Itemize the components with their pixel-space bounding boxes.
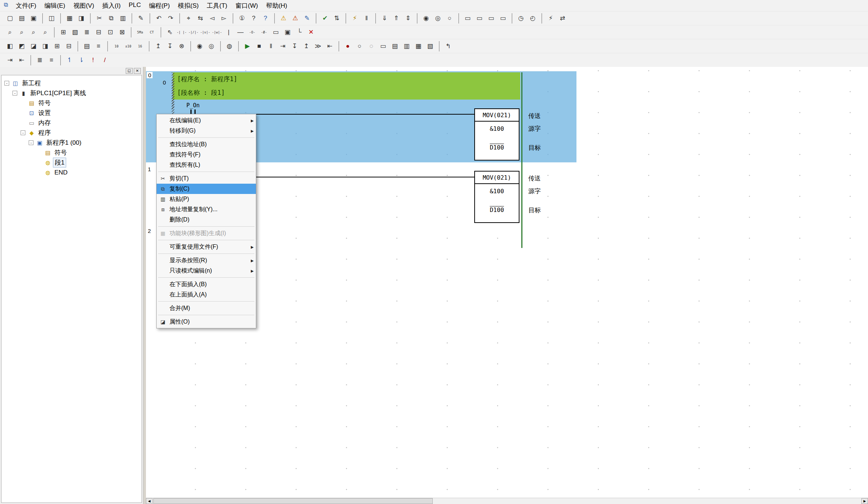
tree-item-end[interactable]: ◍END [1, 168, 142, 177]
instruction-operand-1[interactable]: &100 [475, 188, 519, 195]
upload-from-plc-button[interactable]: ⇑ [391, 13, 402, 24]
monitor-hex-button[interactable]: 16 [135, 41, 146, 51]
tree-item-section1[interactable]: ◍段1 [1, 158, 142, 168]
mov-instruction-block-1[interactable]: MOV(021) &100 D100 [474, 108, 519, 161]
collapse-expander-icon[interactable]: - [21, 130, 25, 135]
monitor-window-1-button[interactable]: ▭ [462, 13, 473, 24]
address-reference-button[interactable]: ⊟ [63, 41, 74, 51]
sim-step-out-button[interactable]: ↥ [301, 41, 312, 51]
zoom-in-button[interactable]: ⌕ [4, 27, 15, 37]
task-monitor-button[interactable]: ▤ [389, 41, 400, 51]
copy-item[interactable]: ⧉复制(C) [157, 184, 256, 194]
indent-rung-button[interactable]: ⇥ [4, 55, 15, 65]
clock-setting-button[interactable]: ◴ [527, 13, 538, 24]
program-transfer-button[interactable]: ⇅ [331, 13, 342, 24]
tree-item-project[interactable]: -◫新工程 [1, 78, 142, 88]
cycle-time-button[interactable]: ◷ [515, 13, 526, 24]
sim-continuous-step-button[interactable]: ≫ [312, 41, 324, 51]
read-only-edit-item[interactable]: 只读模式编辑(n)▶ [157, 266, 256, 276]
paste-button[interactable]: ▥ [117, 13, 128, 24]
paste-item[interactable]: ▥粘贴(P) [157, 194, 256, 204]
online-connect-button[interactable]: ⚡ [545, 13, 556, 24]
breakpoint-set-button[interactable]: ● [342, 41, 353, 51]
find-bit-address-item[interactable]: 查找位地址(B) [157, 139, 256, 150]
redo-button[interactable]: ↷ [165, 13, 176, 24]
force-cancel-button[interactable]: ⊗ [176, 41, 187, 51]
section-list-button[interactable]: ≡ [93, 41, 104, 51]
menu-item-program[interactable]: 编程(P) [145, 0, 174, 11]
tree-item-programs[interactable]: -◆程序 [1, 128, 142, 138]
program-mode-button[interactable]: ○ [444, 13, 455, 24]
tree-item-program1[interactable]: -▣新程序1 (00) [1, 138, 142, 148]
show-comments-button[interactable]: ▧ [69, 27, 81, 37]
rung-comment-button[interactable]: ≣ [34, 55, 45, 65]
show-bars-item[interactable]: 显示条按照(R)▶ [157, 255, 256, 266]
context-help-button[interactable]: ? [260, 13, 271, 24]
new-contact-button[interactable]: -| |- [176, 27, 187, 37]
find-symbol-item[interactable]: 查找符号(F) [157, 150, 256, 160]
pause-monitor-button[interactable]: ‖ [361, 13, 372, 24]
close-panel-button[interactable]: ✕ [134, 68, 141, 74]
dock-button[interactable]: ◱ [126, 68, 133, 74]
differential-monitor-button[interactable]: ◍ [224, 41, 235, 51]
search-next-button[interactable]: ▻ [218, 13, 229, 24]
zoom-out-button[interactable]: ⌕ [16, 27, 27, 37]
new-closed-contact-button[interactable]: -|/|- [188, 27, 199, 37]
collapse-expander-icon[interactable]: - [29, 140, 33, 145]
search-button[interactable]: ⌖ [183, 13, 194, 24]
online-edit-button[interactable]: ✎ [301, 13, 312, 24]
compile-all-button[interactable]: ⚠ [290, 13, 301, 24]
work-online-button[interactable]: ⚡ [349, 13, 360, 24]
outdent-rung-button[interactable]: ⇤ [16, 55, 27, 65]
undo-button[interactable]: ↶ [153, 13, 164, 24]
reset-bit-button[interactable]: ◎ [206, 41, 217, 51]
sim-run-button[interactable]: ▶ [242, 41, 253, 51]
tree-item-memory[interactable]: ▭内存 [1, 118, 142, 128]
new-closed-coil-button[interactable]: -Ø- [258, 27, 269, 37]
menu-item-help[interactable]: 帮助(H) [262, 0, 292, 11]
help-button[interactable]: ? [248, 13, 259, 24]
rung-list-button[interactable]: ≣ [81, 27, 92, 37]
menu-item-file[interactable]: 文件(F) [12, 0, 40, 11]
breakpoint-clear-button[interactable]: ○ [354, 41, 365, 51]
tree-item-settings[interactable]: ⊡设置 [1, 108, 142, 118]
force-on-button[interactable]: ↥ [153, 41, 164, 51]
marker-immediate-button[interactable]: ! [87, 55, 99, 65]
ladder-view-button[interactable]: ⊟ [93, 27, 104, 37]
monitor-signed-button[interactable]: ±10 [123, 41, 134, 51]
collapse-expander-icon[interactable]: - [12, 91, 17, 96]
insert-below-item[interactable]: 在下面插入(B) [157, 279, 256, 289]
set-bit-button[interactable]: ◉ [194, 41, 205, 51]
symbol-table-button[interactable]: ▤ [81, 41, 92, 51]
auto-online-button[interactable]: ⇄ [557, 13, 568, 24]
replace-button[interactable]: ⇆ [195, 13, 206, 24]
merge-item[interactable]: 合并(M) [157, 303, 256, 313]
properties-item[interactable]: ◪属性(O) [157, 317, 256, 327]
sim-pause-button[interactable]: ‖ [265, 41, 276, 51]
search-previous-button[interactable]: ◅ [207, 13, 218, 24]
sim-scan-run-button[interactable]: ⇤ [324, 41, 335, 51]
marker-up-button[interactable]: ↿ [64, 55, 75, 65]
workspace-window-button[interactable]: ◧ [4, 41, 15, 51]
address-increment-copy-item[interactable]: ⧈地址增量复制(Y)... [157, 204, 256, 215]
find-in-project-button[interactable]: ◫ [46, 13, 57, 24]
monitor-decimal-button[interactable]: 10 [111, 41, 122, 51]
local-symbols-window-button[interactable]: ⊞ [51, 41, 62, 51]
compile-program-button[interactable]: ⚠ [278, 13, 289, 24]
download-to-plc-button[interactable]: ⇓ [379, 13, 390, 24]
zoom-fit-button[interactable]: ⌕ [40, 27, 51, 37]
address-comment-tool-button[interactable]: CT [146, 27, 157, 37]
panel-splitter[interactable] [143, 67, 146, 504]
scrollbar-thumb[interactable] [153, 498, 433, 504]
collapse-expander-icon[interactable]: - [4, 81, 9, 86]
menu-item-view[interactable]: 视图(V) [69, 0, 98, 11]
marker-down-button[interactable]: ⇂ [76, 55, 87, 65]
online-edit-item[interactable]: 在线编辑(E)▶ [157, 115, 256, 126]
line-connect-button[interactable]: └ [294, 27, 305, 37]
tree-item-program1-symbols[interactable]: ▤符号 [1, 148, 142, 158]
menu-item-tools[interactable]: 工具(T) [203, 0, 232, 11]
time-chart-button[interactable]: ▥ [401, 41, 412, 51]
watch-window-button[interactable]: ◪ [28, 41, 39, 51]
function-block-invoke-button[interactable]: ▣ [282, 27, 293, 37]
data-trace-button[interactable]: ▦ [413, 41, 424, 51]
